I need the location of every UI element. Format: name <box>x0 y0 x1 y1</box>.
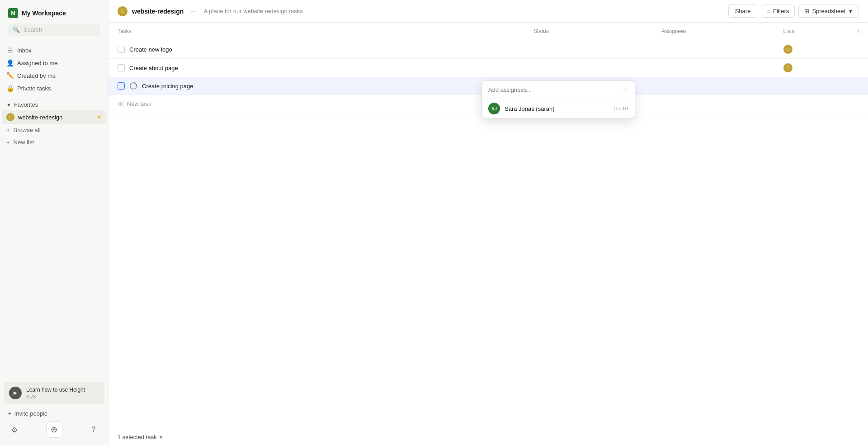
task-checkbox[interactable] <box>118 46 125 53</box>
dropdown-more-button[interactable]: ⋯ <box>621 85 628 94</box>
workspace-avatar: M <box>8 8 18 18</box>
sidebar-nav: ☰ Inbox 👤 Assigned to me ✏️ Created by m… <box>0 42 108 96</box>
task-checkbox[interactable] <box>118 82 125 90</box>
project-icon: ⬡ <box>6 113 14 121</box>
project-header-name: website-redesign <box>132 8 184 15</box>
chevron-down-icon: ▼ <box>848 9 853 14</box>
sidebar-item-inbox[interactable]: ☰ Inbox <box>2 44 106 57</box>
favorites-header[interactable]: ▼ Favorites <box>2 99 106 110</box>
share-button[interactable]: Share <box>728 5 758 18</box>
settings-button[interactable]: ⚙ <box>7 422 22 437</box>
new-task-label: New task <box>127 100 151 107</box>
assignee-dropdown: ⋯ SJ Sara Jonas (sarah) Cmd+I <box>481 80 635 118</box>
task-lists: ⬡ <box>776 59 868 77</box>
sidebar: M My Workspace 🔍 Search ☰ Inbox 👤 Assign… <box>0 0 108 445</box>
task-checkbox[interactable] <box>118 64 125 71</box>
spreadsheet-label: Spreadsheet <box>812 8 845 14</box>
private-icon: 🔒 <box>6 85 14 92</box>
task-name[interactable]: Create about page <box>129 65 178 71</box>
spreadsheet-icon: ⊞ <box>804 8 809 14</box>
play-button[interactable]: ▶ <box>9 387 22 399</box>
favorites-section: ▼ Favorites ⬡ website-redesign ★ + Brows… <box>0 96 108 149</box>
sidebar-footer: ⚙ ⊕ ? <box>4 420 104 441</box>
browse-all-button[interactable]: + Browse all <box>2 124 106 136</box>
search-placeholder: Search <box>24 26 42 33</box>
task-assignees[interactable] <box>654 77 776 95</box>
list-icon: ⬡ <box>783 45 793 54</box>
sidebar-item-private[interactable]: 🔒 Private tasks <box>2 82 106 95</box>
assigned-icon: 👤 <box>6 59 14 66</box>
star-icon: ★ <box>97 114 102 120</box>
task-cell: Create new logo <box>118 46 519 53</box>
in-progress-icon <box>129 82 137 90</box>
search-bar[interactable]: 🔍 Search <box>8 24 100 36</box>
search-icon: 🔍 <box>13 26 20 33</box>
project-name: website-redesign <box>18 114 62 121</box>
add-view-button[interactable]: ⊕ <box>46 421 62 438</box>
main-content: ⬡ website-redesign ··· A place for our w… <box>108 0 868 445</box>
invite-people-button[interactable]: + Invite people <box>4 407 104 420</box>
sidebar-bottom: ▶ Learn how to use Height 6:23 + Invite … <box>0 378 108 445</box>
plus-icon: + <box>8 410 12 417</box>
chevron-down-icon: ▼ <box>6 102 11 108</box>
dropdown-search-row: ⋯ <box>482 81 635 99</box>
created-icon: ✏️ <box>6 72 14 79</box>
task-name[interactable]: Create new logo <box>129 46 172 53</box>
task-cell: Create pricing page <box>118 82 519 90</box>
new-list-label: New list <box>14 139 34 146</box>
new-task-plus-icon: ⊕ <box>118 99 123 108</box>
new-list-button[interactable]: + New list <box>2 136 106 148</box>
table-row: Create about page ⬡ <box>108 59 868 77</box>
inbox-icon: ☰ <box>6 47 14 54</box>
help-button[interactable]: ? <box>86 422 101 437</box>
favorites-label: Favorites <box>14 101 38 108</box>
task-status <box>526 40 654 59</box>
selected-task-label[interactable]: 1 selected task ▼ <box>118 434 164 440</box>
filters-button[interactable]: ≡ Filters <box>761 5 795 18</box>
workspace-title: My Workspace <box>22 9 66 17</box>
plus-icon: + <box>6 139 10 146</box>
user-avatar: SJ <box>488 103 500 114</box>
task-assignees <box>654 59 776 77</box>
sidebar-item-label: Private tasks <box>17 85 51 92</box>
sidebar-item-label: Assigned to me <box>17 60 58 66</box>
spreadsheet-button[interactable]: ⊞ Spreadsheet ▼ <box>798 5 859 18</box>
plus-icon: + <box>6 127 10 133</box>
col-lists: Lists + <box>776 23 868 40</box>
filter-icon: ≡ <box>767 8 770 14</box>
col-status: Status <box>526 23 654 40</box>
assignee-dropdown-item[interactable]: SJ Sara Jonas (sarah) Cmd+I <box>482 99 635 118</box>
table-row: Create new logo ⬡ <box>108 40 868 59</box>
selected-count: 1 selected task <box>118 434 157 440</box>
bottom-bar: 1 selected task ▼ <box>108 429 868 445</box>
learn-title: Learn how to use Height <box>26 386 85 394</box>
sidebar-item-label: Created by me <box>17 72 56 79</box>
project-description: A place for our website redesign tasks <box>204 8 724 14</box>
task-lists: ⬡ <box>776 40 868 59</box>
browse-all-label: Browse all <box>14 127 41 133</box>
list-icon: ⬡ <box>783 63 793 72</box>
filters-label: Filters <box>773 8 789 14</box>
add-column-button[interactable]: + <box>857 27 861 35</box>
project-header-icon: ⬡ <box>118 6 127 16</box>
keyboard-shortcut: Cmd+I <box>613 106 628 111</box>
sidebar-item-created[interactable]: ✏️ Created by me <box>2 69 106 82</box>
col-tasks: Tasks <box>108 23 526 40</box>
learn-info: Learn how to use Height 6:23 <box>26 386 85 399</box>
chevron-down-icon: ▼ <box>159 435 164 440</box>
task-cell: Create about page <box>118 64 519 71</box>
main-header: ⬡ website-redesign ··· A place for our w… <box>108 0 868 23</box>
task-name[interactable]: Create pricing page <box>142 83 193 90</box>
learn-time: 6:23 <box>26 394 85 399</box>
sidebar-item-assigned[interactable]: 👤 Assigned to me <box>2 57 106 69</box>
task-assignees <box>654 40 776 59</box>
assignee-search-input[interactable] <box>488 86 621 93</box>
col-assignees: Assignees <box>654 23 776 40</box>
invite-label: Invite people <box>14 410 48 417</box>
favorites-project-item[interactable]: ⬡ website-redesign ★ <box>2 110 106 124</box>
header-actions: Share ≡ Filters ⊞ Spreadsheet ▼ <box>728 5 859 18</box>
task-lists <box>776 77 868 95</box>
more-options-button[interactable]: ··· <box>188 7 199 15</box>
learn-card[interactable]: ▶ Learn how to use Height 6:23 <box>4 382 104 404</box>
workspace-header[interactable]: M My Workspace <box>6 5 102 21</box>
